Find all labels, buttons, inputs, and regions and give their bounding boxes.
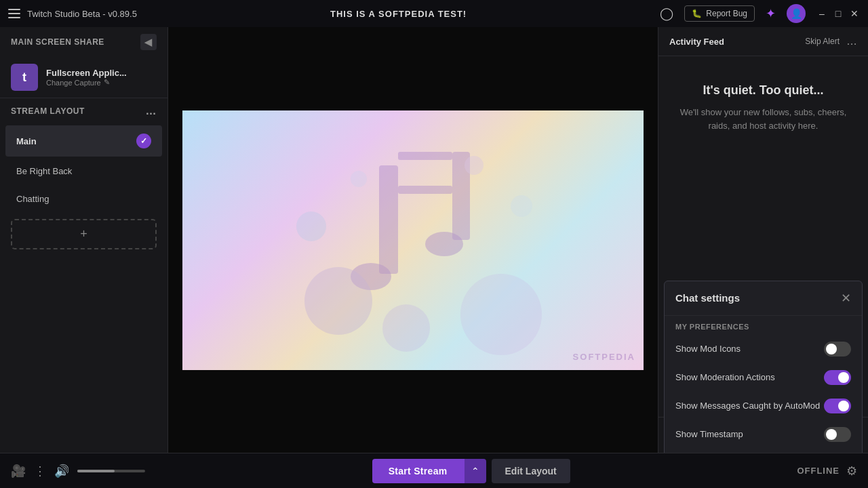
source-name: Fullscreen Applic... (46, 68, 157, 78)
chat-settings-title: Chat settings (675, 292, 740, 304)
chat-settings-close-button[interactable]: ✕ (841, 291, 851, 306)
svg-point-11 (382, 304, 430, 352)
stream-layout-options-button[interactable]: … (146, 105, 157, 117)
layout-item-chatting[interactable]: Chatting (5, 186, 162, 212)
camera-button[interactable]: 🎥 (11, 464, 26, 479)
show-mod-icons-row: Show Mod Icons (665, 335, 862, 363)
activity-actions: Skip Alert … (805, 35, 857, 47)
right-panel-content: Chat settings ✕ MY PREFERENCES Show Mod … (658, 275, 868, 453)
menu-icon[interactable] (8, 9, 20, 18)
audio-button[interactable]: 🔊 (54, 464, 69, 479)
add-icon: + (80, 227, 87, 241)
layout-item-be-right-back[interactable]: Be Right Back (5, 158, 162, 184)
source-item: t Fullscreen Applic... Change Capture ✎ (0, 57, 167, 98)
show-moderation-actions-row: Show Moderation Actions (665, 363, 862, 392)
layout-list: Main ✓ Be Right Back Chatting (0, 124, 167, 214)
sidebar: Main Screen Share ◀ t Fullscreen Applic.… (0, 27, 168, 453)
skip-alert-button[interactable]: Skip Alert (805, 37, 840, 46)
stream-layout-label: Stream Layout (11, 106, 85, 116)
stream-title: THIS IS A SOFTPEDIA TEST! (137, 9, 660, 19)
audio-icon: 🔊 (54, 464, 69, 479)
activity-empty-desc: We'll show your new follows, subs, cheer… (675, 106, 852, 132)
active-check-icon: ✓ (136, 134, 151, 148)
notification-icon[interactable]: ◯ (660, 6, 673, 21)
activity-feed-title: Activity Feed (669, 37, 724, 47)
sidebar-collapse-button[interactable]: ◀ (140, 34, 157, 50)
svg-rect-0 (379, 165, 398, 274)
svg-point-7 (460, 274, 542, 355)
source-icon: t (11, 64, 38, 91)
svg-rect-3 (398, 186, 452, 194)
minimize-button[interactable]: – (816, 8, 827, 19)
activity-empty-state: It's quiet. Too quiet... We'll show your… (658, 56, 868, 275)
settings-gear-button[interactable]: ⚙ (846, 464, 857, 479)
volume-slider[interactable] (77, 470, 145, 472)
preview-canvas: SOFTPEDIA (182, 110, 644, 370)
offline-status: OFFLINE (797, 466, 840, 476)
add-layout-button[interactable]: + (11, 219, 157, 249)
show-timestamp-row: Show Timestamp (665, 420, 862, 449)
report-bug-label: Report Bug (706, 9, 747, 18)
svg-point-12 (351, 171, 367, 187)
svg-point-9 (511, 195, 532, 217)
show-moderation-actions-label: Show Moderation Actions (675, 372, 775, 382)
show-timestamp-label: Show Timestamp (675, 429, 743, 439)
chevron-up-icon: ⌃ (471, 466, 479, 476)
maximize-button[interactable]: □ (833, 8, 844, 19)
camera-icon: 🎥 (11, 464, 26, 479)
layout-chatting-label: Chatting (16, 194, 49, 204)
svg-point-8 (296, 211, 326, 241)
bug-icon: 🐛 (692, 9, 702, 18)
music-shapes (182, 110, 644, 370)
source-info: Fullscreen Applic... Change Capture ✎ (46, 68, 157, 87)
chat-settings-panel: Chat settings ✕ MY PREFERENCES Show Mod … (664, 281, 863, 453)
edit-layout-button[interactable]: Edit Layout (492, 459, 570, 483)
show-mod-icons-label: Show Mod Icons (675, 344, 741, 354)
titlebar-right: ◯ 🐛 Report Bug ✦ 👤 – □ ✕ (660, 4, 860, 23)
activity-feed-header: Activity Feed Skip Alert … (658, 27, 868, 56)
app-title: Twitch Studio Beta - v0.89.5 (27, 9, 137, 19)
user-avatar[interactable]: 👤 (787, 4, 806, 23)
svg-point-6 (304, 267, 372, 335)
layout-item-main[interactable]: Main ✓ (5, 125, 162, 157)
watermark: SOFTPEDIA (573, 352, 635, 362)
preview-area: SOFTPEDIA (168, 27, 658, 453)
bottom-right: OFFLINE ⚙ (797, 464, 857, 479)
close-button[interactable]: ✕ (849, 8, 860, 19)
change-capture-button[interactable]: Change Capture ✎ (46, 78, 157, 87)
volume-fill (77, 470, 115, 472)
main-area: Main Screen Share ◀ t Fullscreen Applic.… (0, 27, 868, 453)
music-note-svg (271, 125, 555, 355)
show-mod-icons-toggle[interactable] (824, 342, 851, 357)
settings-sliders-button[interactable]: ⋮ (34, 464, 46, 479)
svg-rect-2 (398, 152, 452, 160)
svg-point-10 (465, 156, 484, 175)
twitch-studio-icon: t (22, 70, 26, 85)
layout-brb-label: Be Right Back (16, 166, 72, 176)
stream-layout-header: Stream Layout … (0, 98, 167, 124)
bottom-center: Start Stream ⌃ Edit Layout (153, 459, 789, 483)
show-automod-messages-toggle[interactable] (824, 399, 851, 413)
change-capture-label: Change Capture (46, 79, 101, 87)
window-controls: – □ ✕ (816, 8, 860, 19)
deleted-messages-row[interactable]: Deleted Messages Brief 〉 (665, 449, 862, 453)
toggle-knob (838, 401, 849, 411)
titlebar-left: Twitch Studio Beta - v0.89.5 (8, 9, 137, 19)
preferences-section-label: MY PREFERENCES (665, 316, 862, 335)
premium-icon[interactable]: ✦ (766, 6, 776, 21)
activity-empty-title: It's quiet. Too quiet... (703, 83, 824, 98)
toggle-knob (826, 429, 837, 440)
start-stream-button[interactable]: Start Stream (372, 459, 464, 483)
show-moderation-actions-toggle[interactable] (824, 370, 851, 385)
svg-point-5 (425, 232, 463, 256)
stream-options-button[interactable]: ⌃ (464, 459, 486, 483)
report-bug-button[interactable]: 🐛 Report Bug (684, 5, 755, 22)
toggle-knob (838, 372, 849, 383)
edit-icon: ✎ (104, 78, 110, 87)
show-timestamp-toggle[interactable] (824, 427, 851, 442)
chat-settings-header: Chat settings ✕ (665, 281, 862, 316)
titlebar: Twitch Studio Beta - v0.89.5 THIS IS A S… (0, 0, 868, 27)
activity-options-button[interactable]: … (846, 35, 857, 47)
gear-icon: ⚙ (846, 464, 857, 478)
layout-main-label: Main (16, 136, 37, 146)
